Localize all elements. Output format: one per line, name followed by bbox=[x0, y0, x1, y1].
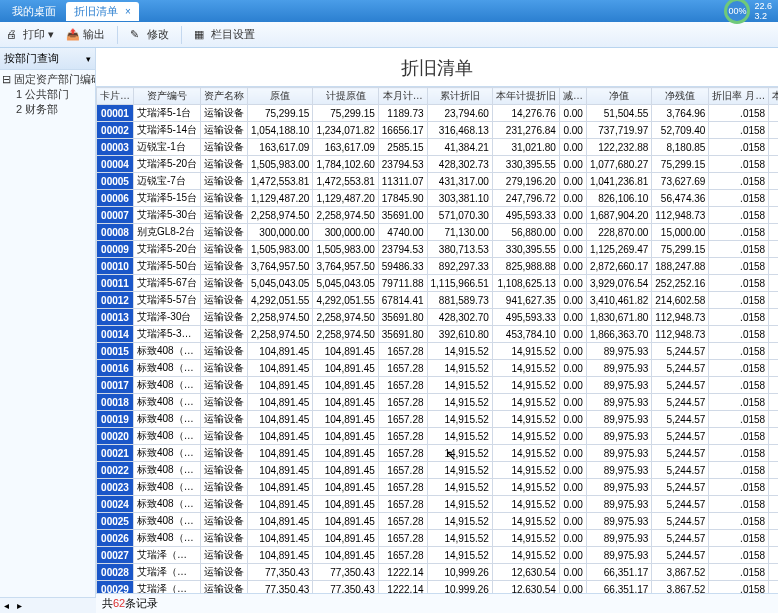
column-header[interactable]: 累计折旧 bbox=[427, 88, 492, 105]
column-header[interactable]: 本月计… bbox=[378, 88, 427, 105]
table-row[interactable]: 00016标致408（…运输设备104,891.45104,891.451657… bbox=[97, 360, 779, 377]
tab-prev[interactable]: ◂ bbox=[0, 600, 13, 611]
cell: 0.00 bbox=[559, 190, 586, 207]
cell: 0.00 bbox=[559, 207, 586, 224]
table-row[interactable]: 00009艾瑞泽5-20台运输设备1,505,983.001,505,983.0… bbox=[97, 241, 779, 258]
cell: 运输设备 bbox=[201, 564, 248, 581]
cell: 艾瑞泽（… bbox=[134, 581, 201, 594]
cell: 3,764,957.50 bbox=[313, 258, 378, 275]
table-row[interactable]: 00005迈锐宝-7台运输设备1,472,553.811,472,553.811… bbox=[97, 173, 779, 190]
table-scroll[interactable]: 卡片…资产编号资产名称原值计提原值本月计…累计折旧本年计提折旧减…净值净残值折旧… bbox=[96, 86, 778, 593]
cell: .0158 bbox=[709, 207, 769, 224]
table-row[interactable]: 00003迈锐宝-1台运输设备163,617.09163,617.092585.… bbox=[97, 139, 779, 156]
cell: 标致408（… bbox=[134, 377, 201, 394]
table-row[interactable]: 00014艾瑞泽5-3…运输设备2,258,974.502,258,974.50… bbox=[97, 326, 779, 343]
table-row[interactable]: 00013艾瑞泽-30台运输设备2,258,974.502,258,974.50… bbox=[97, 309, 779, 326]
tab-next[interactable]: ▸ bbox=[13, 600, 26, 611]
close-icon[interactable]: × bbox=[125, 6, 131, 17]
cell: .0158 bbox=[709, 377, 769, 394]
cell: 0.00 bbox=[559, 224, 586, 241]
cell: 495,593.33 bbox=[492, 309, 559, 326]
cell: 2585.15 bbox=[378, 139, 427, 156]
cell: 5,244.57 bbox=[652, 462, 709, 479]
cell: 892,297.33 bbox=[427, 258, 492, 275]
table-row[interactable]: 00015标致408（…运输设备104,891.45104,891.451657… bbox=[97, 343, 779, 360]
table-row[interactable]: 00020标致408（…运输设备104,891.45104,891.451657… bbox=[97, 428, 779, 445]
cell: 453,784.10 bbox=[492, 326, 559, 343]
cell: 1222.14 bbox=[378, 581, 427, 594]
cell: 艾瑞泽5-20台 bbox=[134, 156, 201, 173]
cell: 标致408（… bbox=[134, 360, 201, 377]
cell: 2,872,660.17 bbox=[586, 258, 651, 275]
column-header[interactable]: 净残值 bbox=[652, 88, 709, 105]
table-row[interactable]: 00008别克GL8-2台运输设备300,000.00300,000.00474… bbox=[97, 224, 779, 241]
column-header[interactable]: 净值 bbox=[586, 88, 651, 105]
table-row[interactable]: 00017标致408（…运输设备104,891.45104,891.451657… bbox=[97, 377, 779, 394]
column-header[interactable]: 本… bbox=[769, 88, 778, 105]
table-row[interactable]: 00027艾瑞泽（…运输设备104,891.45104,891.451657.2… bbox=[97, 547, 779, 564]
column-header[interactable]: 原值 bbox=[248, 88, 313, 105]
table-row[interactable]: 00021标致408（…运输设备104,891.45104,891.451657… bbox=[97, 445, 779, 462]
cell: 1,108,625.13 bbox=[492, 275, 559, 292]
table-row[interactable]: 00018标致408（…运输设备104,891.45104,891.451657… bbox=[97, 394, 779, 411]
modify-button[interactable]: ✎ 修改 bbox=[130, 27, 169, 42]
cell: 17845.90 bbox=[378, 190, 427, 207]
cell: 0 bbox=[769, 428, 778, 445]
cell: 运输设备 bbox=[201, 258, 248, 275]
table-row[interactable]: 00004艾瑞泽5-20台运输设备1,505,983.001,784,102.6… bbox=[97, 156, 779, 173]
column-header[interactable]: 折旧率 月… bbox=[709, 88, 769, 105]
table-row[interactable]: 00026标致408（…运输设备104,891.45104,891.451657… bbox=[97, 530, 779, 547]
cell: 67814.41 bbox=[378, 292, 427, 309]
table-row[interactable]: 00001艾瑞泽5-1台运输设备75,299.1575,299.151189.7… bbox=[97, 105, 779, 122]
table-row[interactable]: 00025标致408（…运输设备104,891.45104,891.451657… bbox=[97, 513, 779, 530]
column-header[interactable]: 减… bbox=[559, 88, 586, 105]
cell: 75,299.15 bbox=[652, 241, 709, 258]
separator bbox=[117, 26, 118, 44]
cell: 0.00 bbox=[559, 479, 586, 496]
column-header[interactable]: 卡片… bbox=[97, 88, 134, 105]
sidebar-header[interactable]: 按部门查询 ▾ bbox=[0, 48, 95, 70]
print-button[interactable]: 🖨 打印▾ bbox=[6, 27, 54, 42]
table-row[interactable]: 00022标致408（…运输设备104,891.45104,891.451657… bbox=[97, 462, 779, 479]
cell: 737,719.97 bbox=[586, 122, 651, 139]
table-row[interactable]: 00002艾瑞泽5-14台运输设备1,054,188.101,234,071.8… bbox=[97, 122, 779, 139]
cell: .0158 bbox=[709, 224, 769, 241]
tree-child-1[interactable]: 1 公共部门 bbox=[2, 87, 93, 102]
cell: 运输设备 bbox=[201, 207, 248, 224]
cell: 1657.28 bbox=[378, 377, 427, 394]
table-row[interactable]: 00012艾瑞泽5-57台运输设备4,292,051.554,292,051.5… bbox=[97, 292, 779, 309]
cell: .0158 bbox=[709, 445, 769, 462]
cell: .0158 bbox=[709, 309, 769, 326]
table-row[interactable]: 00028艾瑞泽（…运输设备77,350.4377,350.431222.141… bbox=[97, 564, 779, 581]
export-button[interactable]: 📤 输出 bbox=[66, 27, 105, 42]
tab-home[interactable]: 我的桌面 bbox=[4, 2, 64, 21]
column-header[interactable]: 本年计提折旧 bbox=[492, 88, 559, 105]
tree-root[interactable]: ⊟ 固定资产部门编码目录 bbox=[2, 72, 93, 87]
table-row[interactable]: 00019标致408（…运输设备104,891.45104,891.451657… bbox=[97, 411, 779, 428]
sidebar: 按部门查询 ▾ ⊟ 固定资产部门编码目录 1 公共部门 2 财务部 ◂ ▸ bbox=[0, 48, 96, 613]
cell: 14,915.52 bbox=[427, 547, 492, 564]
column-header[interactable]: 资产编号 bbox=[134, 88, 201, 105]
cell: 00026 bbox=[97, 530, 134, 547]
table-row[interactable]: 00024标致408（…运输设备104,891.45104,891.451657… bbox=[97, 496, 779, 513]
chevron-down-icon[interactable]: ▾ bbox=[86, 54, 91, 64]
column-header[interactable]: 资产名称 bbox=[201, 88, 248, 105]
cell: 14,915.52 bbox=[492, 530, 559, 547]
table-row[interactable]: 00007艾瑞泽5-30台运输设备2,258,974.502,258,974.5… bbox=[97, 207, 779, 224]
cell: 14,915.52 bbox=[427, 360, 492, 377]
table-row[interactable]: 00006艾瑞泽5-15台运输设备1,129,487.201,129,487.2… bbox=[97, 190, 779, 207]
cell: 标致408（… bbox=[134, 428, 201, 445]
table-row[interactable]: 00010艾瑞泽5-50台运输设备3,764,957.503,764,957.5… bbox=[97, 258, 779, 275]
table-row[interactable]: 00023标致408（…运输设备104,891.45104,891.451657… bbox=[97, 479, 779, 496]
cell: 15,000.00 bbox=[652, 224, 709, 241]
cell: 825,988.88 bbox=[492, 258, 559, 275]
table-row[interactable]: 00029艾瑞泽（…运输设备77,350.4377,350.431222.141… bbox=[97, 581, 779, 594]
cell: 14,915.52 bbox=[427, 479, 492, 496]
table-row[interactable]: 00011艾瑞泽5-67台运输设备5,045,043.055,045,043.0… bbox=[97, 275, 779, 292]
cell: 5,244.57 bbox=[652, 360, 709, 377]
tab-active[interactable]: 折旧清单 × bbox=[66, 2, 139, 21]
column-header[interactable]: 计提原值 bbox=[313, 88, 378, 105]
printer-icon: 🖨 bbox=[6, 28, 20, 42]
tree-child-2[interactable]: 2 财务部 bbox=[2, 102, 93, 117]
columns-button[interactable]: ▦ 栏目设置 bbox=[194, 27, 255, 42]
